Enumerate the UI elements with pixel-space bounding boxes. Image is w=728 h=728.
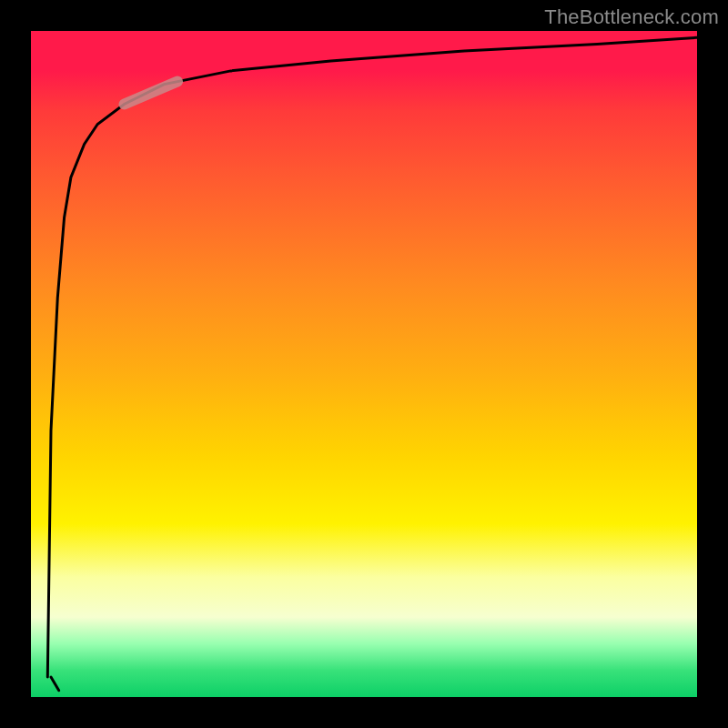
bottleneck-chart: TheBottleneck.com — [0, 0, 728, 728]
watermark-text: TheBottleneck.com — [544, 5, 719, 29]
chart-frame-bottom — [0, 697, 728, 728]
curve-layer — [31, 31, 697, 697]
bottleneck-curve-highlight — [125, 82, 178, 105]
chart-frame-right — [697, 0, 728, 728]
axis-break-tick — [51, 677, 59, 691]
bottleneck-curve-line — [47, 37, 697, 677]
chart-frame-left — [0, 0, 31, 728]
